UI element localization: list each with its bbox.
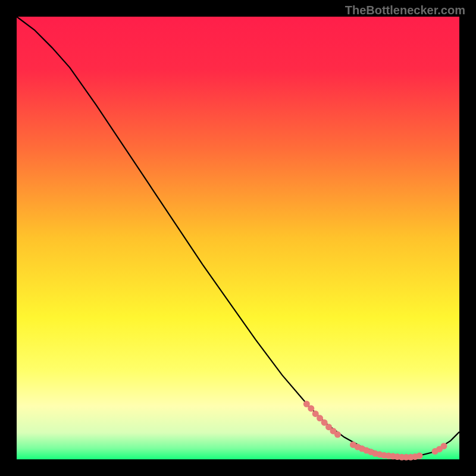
data-marker: [334, 431, 341, 438]
data-marker: [441, 443, 447, 449]
bottleneck-curve: [17, 17, 459, 457]
data-markers: [303, 401, 447, 461]
data-marker: [308, 405, 314, 412]
plot-area: [17, 17, 459, 459]
attribution-text: TheBottlenecker.com: [345, 4, 465, 17]
curve-layer: [17, 17, 459, 459]
data-marker: [416, 453, 423, 459]
